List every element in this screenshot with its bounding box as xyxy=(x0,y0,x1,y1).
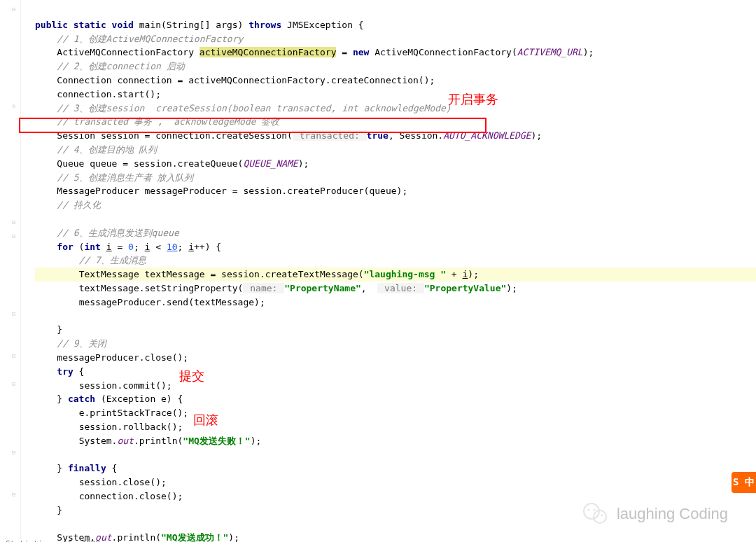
code-line: // 4、创建目的地 队列 xyxy=(35,144,157,155)
code-line: // 7、生成消息 xyxy=(35,255,146,265)
code-line: TextMessage textMessage = session.create… xyxy=(35,267,756,282)
code-line: Queue queue = session.createQueue(QUEUE_… xyxy=(35,158,309,169)
code-line: try { xyxy=(35,366,84,377)
code-line: session.commit(); xyxy=(35,380,172,391)
code-line: for (int i = 0; i < 10; i++) { xyxy=(35,242,221,252)
watermark-text: laughing Coding xyxy=(617,505,728,523)
fold-icon[interactable]: ⊟ xyxy=(12,491,15,498)
code-line: messageProducer.send(textMessage); xyxy=(35,297,265,307)
fold-icon[interactable]: ⊟ xyxy=(12,352,15,359)
code-line xyxy=(35,214,41,224)
code-line: Session session = connection.createSessi… xyxy=(35,130,542,141)
code-line xyxy=(35,311,41,321)
tab-todo[interactable]: ≡ 6: TODO xyxy=(59,539,101,542)
code-line: public static void main(String[] args) t… xyxy=(35,20,364,30)
watermark: laughing Coding xyxy=(582,500,728,528)
fold-icon[interactable]: ⊟ xyxy=(12,6,15,13)
code-line: } catch (Exception e) { xyxy=(35,394,183,404)
bottom-tabs: Statistic ≡ 6: TODO xyxy=(0,539,100,542)
fold-icon[interactable]: ⊟ xyxy=(12,449,15,456)
svg-point-5 xyxy=(601,515,603,516)
fold-icon[interactable]: ⊟ xyxy=(12,380,15,387)
fold-icon[interactable]: ◇ xyxy=(12,102,15,109)
code-line: // transacted 事务 , acknowledgeMode 签收 xyxy=(35,116,279,127)
code-line: Connection connection = activeMQConnecti… xyxy=(35,75,435,85)
code-area[interactable]: public static void main(String[] args) t… xyxy=(21,0,756,539)
code-line: // 1、创建ActiveMQConnectionFactory xyxy=(35,34,243,44)
code-line: session.rollback(); xyxy=(35,422,183,432)
editor-container: ⊟ ◇ ⊟ ⊟ ⊟ ⊟ ⊟ ⊟ ⊟ public static void mai… xyxy=(0,0,756,539)
code-line: session.close(); xyxy=(35,477,167,487)
code-line: // 持久化 xyxy=(35,200,101,210)
svg-point-1 xyxy=(594,510,606,523)
code-line: } xyxy=(35,505,62,515)
code-line xyxy=(35,450,41,460)
code-line xyxy=(35,518,41,529)
fold-icon[interactable]: ⊟ xyxy=(12,310,15,317)
tab-statistic[interactable]: Statistic xyxy=(6,539,48,542)
code-line: e.printStackTrace(); xyxy=(35,408,188,418)
svg-point-2 xyxy=(587,509,589,511)
ime-badge[interactable]: S 中 xyxy=(732,472,756,493)
svg-point-4 xyxy=(597,515,598,516)
code-line: // 2、创建connection 启动 xyxy=(35,61,185,71)
code-line: messageProducer.close(); xyxy=(35,352,188,363)
code-line: ActiveMQConnectionFactory activeMQConnec… xyxy=(35,47,594,57)
code-line: // 9、关闭 xyxy=(35,338,106,349)
code-line: // 3、创建session createSession(boolean tra… xyxy=(35,103,451,113)
code-line: // 6、生成消息发送到queue xyxy=(35,228,179,238)
code-line: MessageProducer messageProducer = sessio… xyxy=(35,186,407,196)
code-line: textMessage.setStringProperty( name: "Pr… xyxy=(35,283,517,293)
code-line: } xyxy=(35,324,62,335)
fold-icon[interactable]: ⊟ xyxy=(12,232,15,239)
code-line: System.out.println("MQ发送失败！"); xyxy=(35,436,261,446)
gutter: ⊟ ◇ ⊟ ⊟ ⊟ ⊟ ⊟ ⊟ ⊟ xyxy=(0,0,21,539)
code-line: // 5、创建消息生产者 放入队列 xyxy=(35,172,193,183)
code-line: } finally { xyxy=(35,463,117,473)
code-line: connection.start(); xyxy=(35,89,161,99)
svg-point-3 xyxy=(593,509,595,511)
wechat-icon xyxy=(582,500,610,528)
fold-icon[interactable]: ⊟ xyxy=(12,218,15,225)
code-line: connection.close(); xyxy=(35,491,183,501)
